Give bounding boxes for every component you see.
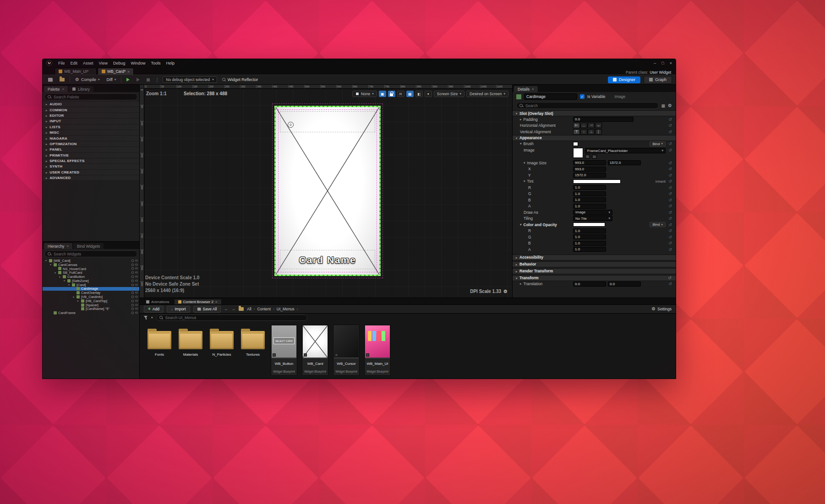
hierarchy-row[interactable]: CardFrame [43, 311, 139, 315]
tab-close-icon[interactable]: × [215, 300, 218, 304]
filter-funnel-icon[interactable] [144, 316, 148, 320]
section-transform[interactable]: ▾ Transform ↺ [513, 275, 676, 281]
palette-category[interactable]: ▸ COMMON [43, 107, 139, 113]
tab-hierarchy[interactable]: Hierarchy × [44, 243, 72, 249]
menu-item[interactable]: Help [164, 60, 177, 66]
preview-more-dropdown[interactable]: ▾ [425, 91, 432, 97]
tab-content-browser[interactable]: Content Browser 2 × [175, 299, 221, 304]
channel-value-input[interactable] [573, 234, 606, 239]
channel-value-input[interactable] [573, 185, 606, 190]
hierarchy-row[interactable]: CardImage [43, 287, 139, 291]
palette-category[interactable]: ▸ MISC [43, 130, 139, 135]
lock-icon[interactable] [131, 276, 134, 278]
expand-arrow-icon[interactable]: ▾ [63, 279, 66, 282]
close-icon[interactable]: × [670, 61, 672, 65]
padding-input[interactable] [573, 117, 634, 122]
content-search-input[interactable] [165, 315, 304, 320]
aspect-lock-button[interactable] [388, 91, 395, 97]
reset-icon[interactable]: ↺ [667, 148, 673, 152]
draw-as-dropdown[interactable]: Image▾ [573, 210, 612, 215]
halign-left-button[interactable]: ⊢ [573, 123, 580, 128]
valign-fill-button[interactable]: ║ [595, 129, 602, 135]
reset-icon[interactable]: ↺ [667, 235, 673, 239]
image-thumbnail[interactable] [573, 148, 583, 158]
tab-close-icon[interactable]: × [66, 244, 69, 248]
expand-arrow-icon[interactable]: ▾ [58, 276, 61, 278]
palette-search-input[interactable] [54, 95, 134, 99]
section-slot[interactable]: ▾ Slot (Overlay Slot) [513, 110, 676, 116]
more-options-icon[interactable]: ⋮ [155, 77, 159, 82]
debug-object-dropdown[interactable]: No debug object selected ▾ [163, 76, 217, 83]
reset-icon[interactable]: ↺ [667, 204, 673, 208]
collapsed-section-header[interactable]: ▸ Render Transform [513, 268, 676, 274]
widget-reflector-button[interactable]: Widget Reflector [220, 77, 260, 82]
use-selected-asset-icon[interactable]: ◎ [585, 154, 590, 159]
lock-icon[interactable] [131, 312, 134, 314]
palette-category[interactable]: ▸ NIAGARA [43, 135, 139, 141]
menu-item[interactable]: Tools [148, 60, 163, 66]
valign-bottom-button[interactable]: ⊥ [588, 129, 595, 135]
reset-icon[interactable]: ↺ [667, 117, 673, 122]
resolution-button[interactable]: R [397, 91, 404, 97]
halign-center-button[interactable]: ↔ [580, 123, 587, 128]
tab-palette[interactable]: Palette × [44, 86, 68, 92]
view-options-icon[interactable]: ▦ [661, 103, 666, 108]
translation-x-input[interactable] [573, 282, 606, 287]
y-value-input[interactable] [573, 173, 606, 178]
palette-category[interactable]: ▸ PRIMITIVE [43, 153, 139, 158]
lock-icon[interactable] [131, 287, 134, 290]
palette-category[interactable]: ▸ SPECIAL EFFECTS [43, 158, 139, 164]
halign-right-button[interactable]: ⊣ [588, 123, 595, 128]
menu-item[interactable]: View [97, 60, 110, 66]
image-size-x-input[interactable] [573, 160, 606, 165]
channel-value-input[interactable] [573, 197, 606, 202]
hierarchy-row[interactable]: ▾ CardButton [43, 275, 139, 279]
color-bind-dropdown[interactable]: Bind▾ [650, 222, 666, 227]
reset-icon[interactable]: ↺ [667, 167, 673, 171]
collapsed-section-header[interactable]: ▸ Behavior [513, 261, 676, 267]
lock-icon[interactable] [131, 284, 134, 286]
reset-icon[interactable]: ↺ [667, 123, 673, 128]
valign-top-button[interactable]: ⊤ [573, 129, 580, 135]
reset-icon[interactable]: ↺ [667, 179, 673, 184]
visibility-eye-icon[interactable] [135, 308, 138, 309]
menu-item[interactable]: File [56, 60, 67, 66]
channel-value-input[interactable] [573, 228, 606, 233]
reset-icon[interactable]: ↺ [667, 228, 673, 233]
palette-category[interactable]: ▸ ADVANCED [43, 175, 139, 181]
palette-category[interactable]: ▸ SYNTH [43, 164, 139, 169]
is-variable-checkbox[interactable]: ✓ [580, 94, 585, 99]
save-button[interactable] [46, 77, 55, 82]
visibility-eye-icon[interactable] [135, 276, 138, 277]
hierarchy-row[interactable]: [Spacer] [43, 303, 139, 307]
tab-close-icon[interactable]: × [62, 87, 64, 91]
outline-toggle[interactable]: ◧ [415, 91, 423, 97]
tiling-dropdown[interactable]: No Tile▾ [573, 216, 612, 221]
folder-tile[interactable]: Materials [177, 325, 204, 357]
visibility-eye-icon[interactable] [135, 264, 138, 266]
lock-icon[interactable] [131, 292, 134, 294]
palette-category[interactable]: ▸ LISTS [43, 125, 139, 130]
breadcrumb-item[interactable]: UI_Menus [277, 307, 295, 311]
reset-icon[interactable]: ↺ [667, 210, 673, 215]
image-size-y-input[interactable] [608, 160, 641, 165]
details-settings-gear-icon[interactable]: ⚙ [668, 103, 672, 108]
asset-tile[interactable]: SELECT CARD WB_Button Widget Blueprint [271, 325, 297, 376]
add-button[interactable]: + Add [144, 306, 164, 313]
visibility-eye-icon[interactable] [135, 267, 138, 269]
reset-icon[interactable]: ↺ [667, 173, 673, 178]
expand-arrow-icon[interactable]: ▾ [72, 296, 75, 298]
back-arrow-icon[interactable]: ← [224, 307, 228, 311]
tab-bind-widgets[interactable]: Bind Widgets [73, 243, 104, 249]
asset-tile[interactable]: WB_Card Widget Blueprint [302, 325, 328, 376]
reset-icon[interactable]: ↺ [667, 241, 673, 245]
expand-arrow-icon[interactable]: ▾ [67, 283, 71, 286]
hierarchy-row[interactable]: [CardName] "5" [43, 307, 139, 311]
designer-mode-button[interactable]: Designer [608, 76, 640, 83]
lock-icon[interactable] [131, 308, 134, 310]
reset-icon[interactable]: ↺ [667, 161, 673, 165]
expand-arrow-icon[interactable]: ▸ [76, 299, 80, 302]
minimize-icon[interactable]: – [654, 61, 656, 65]
reset-icon[interactable]: ↺ [667, 191, 673, 196]
folder-tile[interactable]: Fonts [146, 325, 173, 357]
